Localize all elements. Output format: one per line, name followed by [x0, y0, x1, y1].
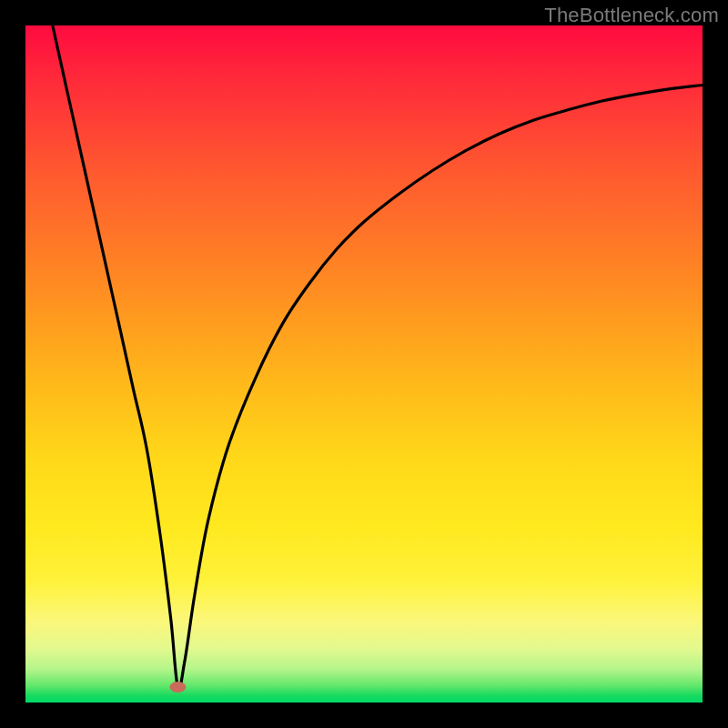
bottleneck-curve — [53, 25, 703, 689]
curve-svg — [25, 25, 703, 703]
minimum-marker — [169, 682, 186, 693]
chart-frame: TheBottleneck.com — [0, 0, 728, 728]
watermark-text: TheBottleneck.com — [544, 4, 719, 27]
plot-area — [25, 25, 703, 703]
